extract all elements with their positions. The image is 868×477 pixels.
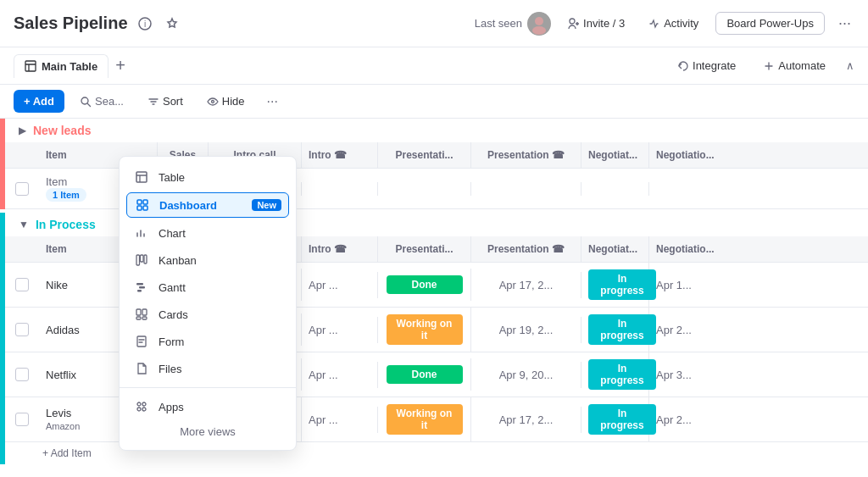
svg-rect-35	[142, 317, 147, 319]
svg-point-40	[142, 408, 146, 411]
svg-rect-33	[142, 309, 147, 315]
row-neg: In progress	[581, 263, 649, 307]
group-new-leads-title: New leads	[33, 124, 91, 137]
row-presentation: Working on it	[378, 308, 471, 352]
dropdown-gantt-label: Gantt	[159, 281, 186, 294]
svg-point-39	[137, 408, 141, 411]
row-pres-phone	[471, 182, 581, 196]
top-bar-left: Sales Pipeline i	[14, 14, 182, 34]
dropdown-files-label: Files	[159, 363, 181, 375]
avatar	[527, 12, 551, 36]
header2-negotiation2: Negotiatio...	[649, 236, 717, 262]
header-negotiation2: Negotiatio...	[649, 142, 717, 168]
activity-button[interactable]: Activity	[642, 14, 705, 33]
svg-rect-27	[141, 255, 144, 262]
dropdown-item-table[interactable]: Table	[120, 164, 296, 191]
tab-bar-left: Main Table +	[14, 54, 129, 78]
header-negotiation: Negotiat...	[581, 142, 649, 168]
dropdown-dashboard-label: Dashboard	[159, 199, 217, 212]
kanban-icon	[133, 253, 150, 267]
row-check[interactable]	[5, 175, 39, 202]
last-seen: Last seen	[475, 12, 551, 36]
row-check[interactable]	[5, 361, 39, 388]
more-tools-icon[interactable]: ···	[260, 91, 285, 113]
group-chevron-new-leads[interactable]: ▶	[19, 125, 26, 136]
row-presentation: Done	[378, 358, 471, 391]
main-table-tab[interactable]: Main Table	[14, 54, 108, 78]
board-powerups-button[interactable]: Board Power-Ups	[715, 12, 825, 35]
dropdown-menu: Table Dashboard New Chart Kanban	[119, 156, 297, 451]
group-in-process-title: In Process	[36, 218, 96, 231]
svg-rect-32	[136, 309, 141, 315]
group-new-leads-bar	[0, 119, 5, 209]
new-badge: New	[252, 199, 281, 211]
row-presentation: Done	[378, 269, 471, 301]
info-icon[interactable]: i	[135, 14, 155, 34]
row-intro-phone-date: Apr ...	[302, 317, 378, 343]
svg-rect-26	[136, 255, 140, 265]
dropdown-item-kanban[interactable]: Kanban	[120, 247, 296, 274]
dropdown-kanban-label: Kanban	[159, 254, 197, 267]
table-icon	[133, 170, 150, 184]
row-check[interactable]	[5, 406, 39, 433]
header2-presentation: Presentati...	[378, 236, 471, 262]
svg-rect-28	[144, 255, 147, 263]
row-pres-phone-date: Apr 17, 2...	[471, 407, 581, 433]
header2-presentation-phone: Presentation ☎	[471, 236, 581, 262]
more-options-icon[interactable]: ···	[835, 11, 854, 36]
form-icon	[133, 335, 150, 348]
integrate-button[interactable]: Integrate	[670, 56, 743, 75]
sort-button[interactable]: Sort	[139, 90, 192, 113]
dropdown-item-apps[interactable]: Apps	[120, 393, 296, 420]
svg-rect-29	[136, 283, 143, 286]
svg-point-7	[81, 97, 88, 104]
hide-button[interactable]: Hide	[198, 90, 253, 113]
dropdown-table-label: Table	[159, 171, 185, 184]
header2-check	[5, 242, 39, 256]
row-check[interactable]	[5, 271, 39, 298]
svg-point-4	[532, 26, 546, 35]
svg-rect-34	[136, 317, 141, 319]
invite-button[interactable]: Invite / 3	[561, 14, 632, 33]
main-content: ▶ New leads Item Sales Intro call Intro …	[0, 119, 868, 474]
dropdown-item-chart[interactable]: Chart	[120, 219, 296, 247]
row-pres-phone-date: Apr 19, 2...	[471, 317, 581, 343]
chart-icon	[133, 226, 150, 240]
row-intro-phone	[302, 182, 378, 196]
add-button[interactable]: + Add	[14, 90, 64, 113]
row-neg2-date: Apr 2...	[649, 407, 717, 433]
row-intro-phone-date: Apr ...	[302, 407, 378, 433]
row-neg	[581, 182, 649, 196]
dropdown-item-dashboard[interactable]: Dashboard New	[126, 192, 289, 218]
svg-point-37	[137, 402, 141, 406]
dropdown-form-label: Form	[159, 336, 184, 348]
svg-point-8	[211, 100, 214, 103]
row-presentation	[378, 182, 471, 196]
group-chevron-in-process[interactable]: ▼	[19, 219, 29, 230]
svg-point-38	[142, 402, 146, 406]
row-neg2-date: Apr 2...	[649, 317, 717, 343]
dropdown-item-files[interactable]: Files	[120, 355, 296, 382]
app-title: Sales Pipeline	[14, 14, 128, 33]
automate-button[interactable]: Automate	[756, 56, 832, 75]
add-tab-button[interactable]: +	[112, 56, 129, 75]
top-bar: Sales Pipeline i Last seen Invite / 3 Ac…	[0, 0, 868, 47]
dropdown-item-cards[interactable]: Cards	[120, 301, 296, 328]
header-intro-phone: Intro ☎	[302, 142, 378, 168]
dashboard-icon	[134, 198, 151, 212]
star-icon[interactable]	[162, 14, 182, 34]
header-check	[5, 148, 39, 162]
more-views-button[interactable]: More views	[120, 420, 296, 443]
group-new-leads-header[interactable]: ▶ New leads	[0, 119, 868, 142]
row-check[interactable]	[5, 316, 39, 343]
collapse-icon[interactable]: ∧	[846, 59, 854, 72]
search-button[interactable]: Sea...	[71, 90, 132, 113]
dropdown-cards-label: Cards	[159, 308, 188, 321]
svg-point-5	[570, 19, 575, 24]
row-neg2	[649, 182, 717, 196]
svg-rect-30	[139, 286, 145, 289]
svg-rect-23	[143, 200, 147, 204]
files-icon	[133, 362, 150, 375]
dropdown-item-gantt[interactable]: Gantt	[120, 274, 296, 301]
dropdown-item-form[interactable]: Form	[120, 328, 296, 355]
